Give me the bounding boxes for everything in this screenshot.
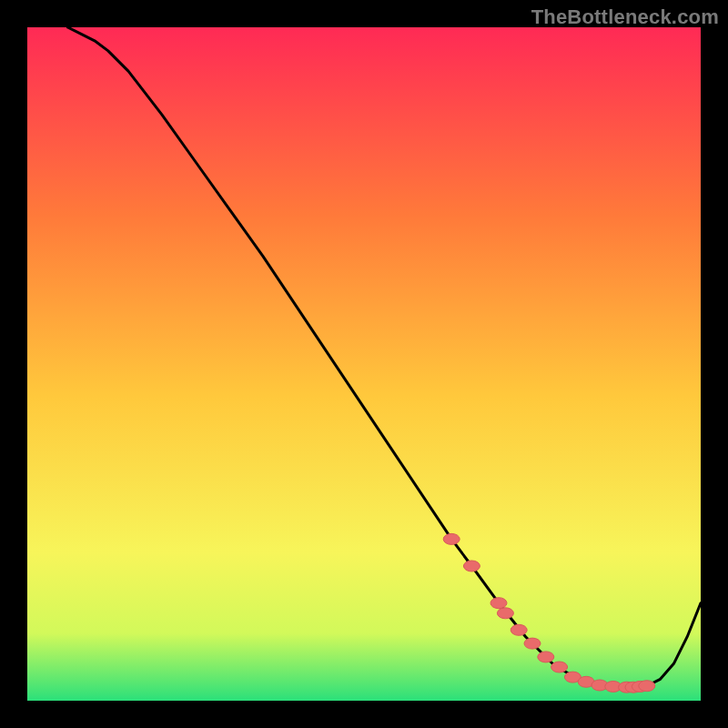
marker-point (639, 681, 655, 692)
marker-point (497, 608, 513, 619)
gradient-background (27, 27, 701, 701)
chart-frame: TheBottleneck.com (0, 0, 728, 728)
plot-area (27, 27, 701, 701)
marker-point (538, 652, 554, 662)
marker-point (443, 533, 460, 544)
marker-point (463, 561, 480, 571)
watermark-text: TheBottleneck.com (531, 5, 719, 29)
marker-point (490, 598, 507, 609)
bottleneck-chart (27, 27, 701, 701)
marker-point (524, 638, 541, 649)
marker-point (551, 662, 568, 672)
marker-point (511, 624, 527, 635)
